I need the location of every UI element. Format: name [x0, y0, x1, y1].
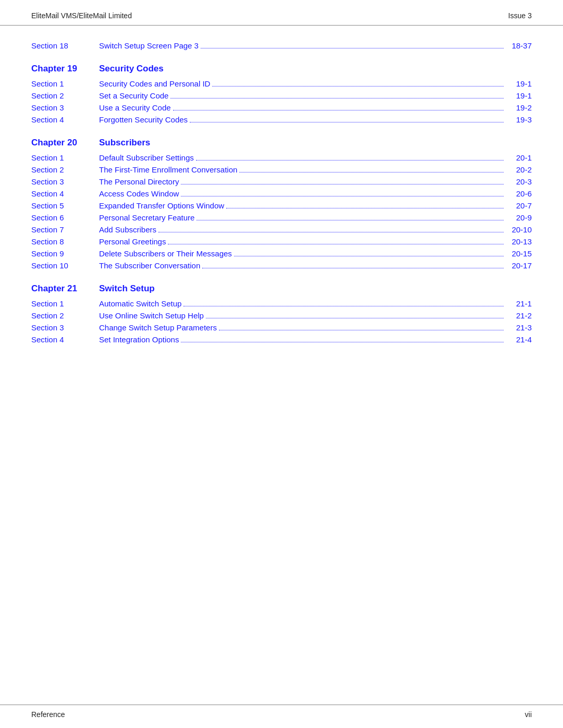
page-number: 20-3: [506, 177, 532, 186]
toc-section-row[interactable]: Section 1 Automatic Switch Setup 21-1: [31, 299, 532, 308]
section-label: Section 2: [31, 311, 99, 320]
chapter-title: Switch Setup: [99, 283, 155, 294]
entry-title: Switch Setup Screen Page 3 18-37: [99, 41, 532, 50]
page-number: 19-2: [506, 103, 532, 112]
dots: [234, 256, 504, 256]
page-number: 20-15: [506, 249, 532, 258]
section-label: Section 4: [31, 189, 99, 198]
chapter-label: Chapter 19: [31, 64, 99, 74]
dots: [181, 184, 504, 184]
dots: [212, 86, 504, 87]
page-number: 19-1: [506, 91, 532, 100]
toc-section-row[interactable]: Section 6 Personal Secretary Feature 20-…: [31, 213, 532, 222]
toc-section-row[interactable]: Section 2 Set a Security Code 19-1: [31, 91, 532, 100]
page-number: 20-13: [506, 237, 532, 246]
toc-standalone-section[interactable]: Section 18 Switch Setup Screen Page 3 18…: [31, 41, 532, 50]
entry-title: Set a Security Code 19-1: [99, 91, 532, 100]
section-label: Section 18: [31, 41, 99, 50]
entry-title: Default Subscriber Settings 20-1: [99, 153, 532, 162]
toc-section-row[interactable]: Section 2 Use Online Switch Setup Help 2…: [31, 311, 532, 320]
entry-title: Automatic Switch Setup 21-1: [99, 299, 532, 308]
toc-section-row[interactable]: Section 4 Forgotten Security Codes 19-3: [31, 115, 532, 124]
page-number: 21-2: [506, 311, 532, 320]
page-number: 20-1: [506, 153, 532, 162]
entry-title: Access Codes Window 20-6: [99, 189, 532, 198]
toc-section-row[interactable]: Section 3 The Personal Directory 20-3: [31, 177, 532, 186]
toc-section-row[interactable]: Section 8 Personal Greetings 20-13: [31, 237, 532, 246]
chapter-row[interactable]: Chapter 19 Security Codes: [31, 64, 532, 74]
chapter-title: Security Codes: [99, 64, 164, 74]
entry-title: Add Subscribers 20-10: [99, 225, 532, 234]
chapter-row[interactable]: Chapter 20 Subscribers: [31, 138, 532, 148]
dots: [173, 110, 504, 110]
page-footer: Reference vii: [0, 705, 563, 728]
toc-section-row[interactable]: Section 5 Expanded Transfer Options Wind…: [31, 201, 532, 210]
section-label: Section 4: [31, 335, 99, 344]
page-number: 20-9: [506, 213, 532, 222]
chapter-label: Chapter 21: [31, 283, 99, 294]
dots: [183, 306, 504, 306]
entry-title: Expanded Transfer Options Window 20-7: [99, 201, 532, 210]
toc-section-row[interactable]: Section 2 The First-Time Enrollment Conv…: [31, 165, 532, 174]
toc-section-row[interactable]: Section 7 Add Subscribers 20-10: [31, 225, 532, 234]
dots: [226, 208, 504, 208]
entry-title: Security Codes and Personal ID 19-1: [99, 79, 532, 88]
entry-title: Change Switch Setup Parameters 21-3: [99, 323, 532, 332]
dots: [170, 98, 504, 98]
entry-title: The Personal Directory 20-3: [99, 177, 532, 186]
toc-section-row[interactable]: Section 3 Use a Security Code 19-2: [31, 103, 532, 112]
section-label: Section 9: [31, 249, 99, 258]
toc-section-row[interactable]: Section 10 The Subscriber Conversation 2…: [31, 261, 532, 270]
toc-content: Section 18 Switch Setup Screen Page 3 18…: [0, 26, 563, 368]
toc-section-row[interactable]: Section 9 Delete Subscribers or Their Me…: [31, 249, 532, 258]
chapter-label: Chapter 20: [31, 138, 99, 148]
entry-title: Use Online Switch Setup Help 21-2: [99, 311, 532, 320]
entry-title: Personal Greetings 20-13: [99, 237, 532, 246]
section-label: Section 8: [31, 237, 99, 246]
section-label: Section 1: [31, 79, 99, 88]
page-number: 21-3: [506, 323, 532, 332]
header-issue: Issue 3: [508, 11, 532, 20]
footer-label: Reference: [31, 710, 65, 719]
page-number: 19-3: [506, 115, 532, 124]
toc-section-row[interactable]: Section 1 Security Codes and Personal ID…: [31, 79, 532, 88]
dots: [202, 268, 504, 268]
header-title: EliteMail VMS/EliteMail Limited: [31, 11, 132, 20]
chapter-row[interactable]: Chapter 21 Switch Setup: [31, 283, 532, 294]
page-number: 20-7: [506, 201, 532, 210]
dots: [239, 172, 504, 172]
chapter-title: Subscribers: [99, 138, 150, 148]
page-header: EliteMail VMS/EliteMail Limited Issue 3: [0, 0, 563, 26]
dots: [206, 318, 504, 318]
dots: [197, 220, 504, 220]
footer-page: vii: [525, 710, 532, 719]
entry-title: Delete Subscribers or Their Messages 20-…: [99, 249, 532, 258]
entry-title: The Subscriber Conversation 20-17: [99, 261, 532, 270]
toc-section-row[interactable]: Section 4 Set Integration Options 21-4: [31, 335, 532, 344]
page-number: 21-4: [506, 335, 532, 344]
toc-section-row[interactable]: Section 1 Default Subscriber Settings 20…: [31, 153, 532, 162]
section-label: Section 6: [31, 213, 99, 222]
section-label: Section 2: [31, 91, 99, 100]
entry-title: Personal Secretary Feature 20-9: [99, 213, 532, 222]
section-label: Section 3: [31, 103, 99, 112]
page-number: 20-2: [506, 165, 532, 174]
section-label: Section 5: [31, 201, 99, 210]
section-label: Section 2: [31, 165, 99, 174]
page-number: 18-37: [506, 41, 532, 50]
section-label: Section 3: [31, 177, 99, 186]
entry-title: Forgotten Security Codes 19-3: [99, 115, 532, 124]
dots: [190, 122, 504, 122]
section-label: Section 7: [31, 225, 99, 234]
dots: [196, 160, 504, 161]
page-number: 20-17: [506, 261, 532, 270]
section-label: Section 3: [31, 323, 99, 332]
section-label: Section 10: [31, 261, 99, 270]
dots: [181, 342, 504, 342]
toc-section-row[interactable]: Section 3 Change Switch Setup Parameters…: [31, 323, 532, 332]
section-label: Section 1: [31, 299, 99, 308]
page-number: 21-1: [506, 299, 532, 308]
toc-section-row[interactable]: Section 4 Access Codes Window 20-6: [31, 189, 532, 198]
dots: [181, 196, 504, 196]
dots: [201, 48, 504, 48]
